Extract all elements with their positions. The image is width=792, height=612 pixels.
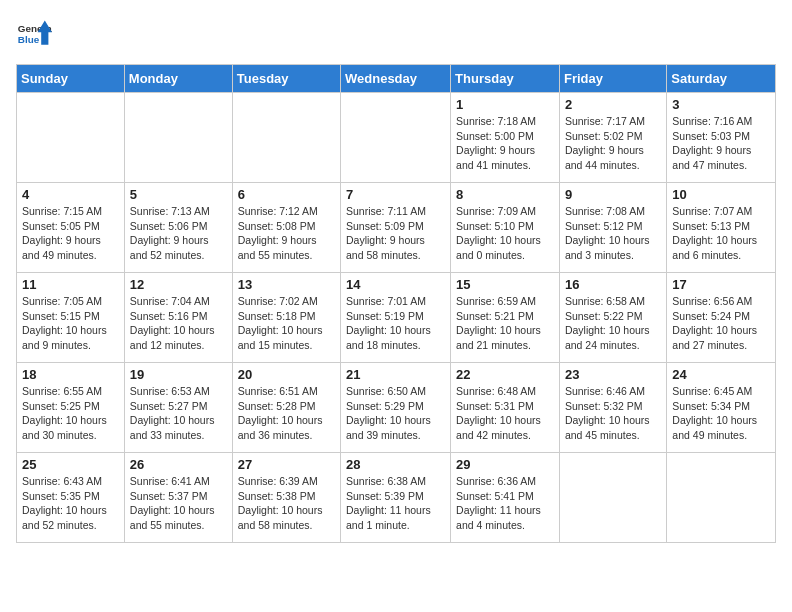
day-cell: 11Sunrise: 7:05 AM Sunset: 5:15 PM Dayli… bbox=[17, 273, 125, 363]
week-row-2: 4Sunrise: 7:15 AM Sunset: 5:05 PM Daylig… bbox=[17, 183, 776, 273]
day-cell: 6Sunrise: 7:12 AM Sunset: 5:08 PM Daylig… bbox=[232, 183, 340, 273]
day-info: Sunrise: 7:15 AM Sunset: 5:05 PM Dayligh… bbox=[22, 204, 119, 263]
day-info: Sunrise: 7:04 AM Sunset: 5:16 PM Dayligh… bbox=[130, 294, 227, 353]
day-number: 27 bbox=[238, 457, 335, 472]
day-info: Sunrise: 7:07 AM Sunset: 5:13 PM Dayligh… bbox=[672, 204, 770, 263]
week-row-1: 1Sunrise: 7:18 AM Sunset: 5:00 PM Daylig… bbox=[17, 93, 776, 183]
day-number: 16 bbox=[565, 277, 661, 292]
day-cell bbox=[341, 93, 451, 183]
day-info: Sunrise: 7:11 AM Sunset: 5:09 PM Dayligh… bbox=[346, 204, 445, 263]
day-number: 25 bbox=[22, 457, 119, 472]
day-cell: 17Sunrise: 6:56 AM Sunset: 5:24 PM Dayli… bbox=[667, 273, 776, 363]
col-header-friday: Friday bbox=[559, 65, 666, 93]
day-number: 28 bbox=[346, 457, 445, 472]
day-number: 13 bbox=[238, 277, 335, 292]
day-cell: 16Sunrise: 6:58 AM Sunset: 5:22 PM Dayli… bbox=[559, 273, 666, 363]
day-cell: 20Sunrise: 6:51 AM Sunset: 5:28 PM Dayli… bbox=[232, 363, 340, 453]
day-number: 21 bbox=[346, 367, 445, 382]
day-cell: 26Sunrise: 6:41 AM Sunset: 5:37 PM Dayli… bbox=[124, 453, 232, 543]
day-number: 22 bbox=[456, 367, 554, 382]
col-header-thursday: Thursday bbox=[451, 65, 560, 93]
logo: General Blue bbox=[16, 16, 52, 52]
day-cell: 10Sunrise: 7:07 AM Sunset: 5:13 PM Dayli… bbox=[667, 183, 776, 273]
day-number: 5 bbox=[130, 187, 227, 202]
day-number: 1 bbox=[456, 97, 554, 112]
header-row: SundayMondayTuesdayWednesdayThursdayFrid… bbox=[17, 65, 776, 93]
day-cell: 28Sunrise: 6:38 AM Sunset: 5:39 PM Dayli… bbox=[341, 453, 451, 543]
week-row-5: 25Sunrise: 6:43 AM Sunset: 5:35 PM Dayli… bbox=[17, 453, 776, 543]
day-info: Sunrise: 6:39 AM Sunset: 5:38 PM Dayligh… bbox=[238, 474, 335, 533]
week-row-3: 11Sunrise: 7:05 AM Sunset: 5:15 PM Dayli… bbox=[17, 273, 776, 363]
day-cell: 13Sunrise: 7:02 AM Sunset: 5:18 PM Dayli… bbox=[232, 273, 340, 363]
day-info: Sunrise: 7:18 AM Sunset: 5:00 PM Dayligh… bbox=[456, 114, 554, 173]
day-info: Sunrise: 7:02 AM Sunset: 5:18 PM Dayligh… bbox=[238, 294, 335, 353]
day-number: 10 bbox=[672, 187, 770, 202]
day-cell: 18Sunrise: 6:55 AM Sunset: 5:25 PM Dayli… bbox=[17, 363, 125, 453]
col-header-saturday: Saturday bbox=[667, 65, 776, 93]
day-info: Sunrise: 6:53 AM Sunset: 5:27 PM Dayligh… bbox=[130, 384, 227, 443]
day-info: Sunrise: 6:55 AM Sunset: 5:25 PM Dayligh… bbox=[22, 384, 119, 443]
day-number: 14 bbox=[346, 277, 445, 292]
day-number: 29 bbox=[456, 457, 554, 472]
day-number: 15 bbox=[456, 277, 554, 292]
svg-text:Blue: Blue bbox=[18, 34, 40, 45]
day-info: Sunrise: 6:50 AM Sunset: 5:29 PM Dayligh… bbox=[346, 384, 445, 443]
day-cell: 3Sunrise: 7:16 AM Sunset: 5:03 PM Daylig… bbox=[667, 93, 776, 183]
day-number: 7 bbox=[346, 187, 445, 202]
day-cell: 23Sunrise: 6:46 AM Sunset: 5:32 PM Dayli… bbox=[559, 363, 666, 453]
day-info: Sunrise: 6:56 AM Sunset: 5:24 PM Dayligh… bbox=[672, 294, 770, 353]
header: General Blue bbox=[16, 16, 776, 52]
day-number: 12 bbox=[130, 277, 227, 292]
col-header-wednesday: Wednesday bbox=[341, 65, 451, 93]
day-info: Sunrise: 6:41 AM Sunset: 5:37 PM Dayligh… bbox=[130, 474, 227, 533]
day-info: Sunrise: 6:59 AM Sunset: 5:21 PM Dayligh… bbox=[456, 294, 554, 353]
day-info: Sunrise: 6:45 AM Sunset: 5:34 PM Dayligh… bbox=[672, 384, 770, 443]
day-number: 9 bbox=[565, 187, 661, 202]
day-info: Sunrise: 7:12 AM Sunset: 5:08 PM Dayligh… bbox=[238, 204, 335, 263]
day-info: Sunrise: 7:08 AM Sunset: 5:12 PM Dayligh… bbox=[565, 204, 661, 263]
day-number: 24 bbox=[672, 367, 770, 382]
day-cell: 7Sunrise: 7:11 AM Sunset: 5:09 PM Daylig… bbox=[341, 183, 451, 273]
day-info: Sunrise: 7:17 AM Sunset: 5:02 PM Dayligh… bbox=[565, 114, 661, 173]
day-cell: 2Sunrise: 7:17 AM Sunset: 5:02 PM Daylig… bbox=[559, 93, 666, 183]
day-info: Sunrise: 6:48 AM Sunset: 5:31 PM Dayligh… bbox=[456, 384, 554, 443]
day-number: 4 bbox=[22, 187, 119, 202]
day-info: Sunrise: 6:46 AM Sunset: 5:32 PM Dayligh… bbox=[565, 384, 661, 443]
day-number: 3 bbox=[672, 97, 770, 112]
day-cell: 22Sunrise: 6:48 AM Sunset: 5:31 PM Dayli… bbox=[451, 363, 560, 453]
day-cell: 24Sunrise: 6:45 AM Sunset: 5:34 PM Dayli… bbox=[667, 363, 776, 453]
day-cell: 19Sunrise: 6:53 AM Sunset: 5:27 PM Dayli… bbox=[124, 363, 232, 453]
day-cell: 21Sunrise: 6:50 AM Sunset: 5:29 PM Dayli… bbox=[341, 363, 451, 453]
day-cell: 9Sunrise: 7:08 AM Sunset: 5:12 PM Daylig… bbox=[559, 183, 666, 273]
day-info: Sunrise: 6:51 AM Sunset: 5:28 PM Dayligh… bbox=[238, 384, 335, 443]
day-cell: 12Sunrise: 7:04 AM Sunset: 5:16 PM Dayli… bbox=[124, 273, 232, 363]
day-number: 20 bbox=[238, 367, 335, 382]
day-cell: 1Sunrise: 7:18 AM Sunset: 5:00 PM Daylig… bbox=[451, 93, 560, 183]
day-number: 6 bbox=[238, 187, 335, 202]
day-number: 2 bbox=[565, 97, 661, 112]
day-info: Sunrise: 7:01 AM Sunset: 5:19 PM Dayligh… bbox=[346, 294, 445, 353]
col-header-tuesday: Tuesday bbox=[232, 65, 340, 93]
day-number: 17 bbox=[672, 277, 770, 292]
day-cell bbox=[232, 93, 340, 183]
day-cell bbox=[124, 93, 232, 183]
day-cell: 8Sunrise: 7:09 AM Sunset: 5:10 PM Daylig… bbox=[451, 183, 560, 273]
day-cell: 15Sunrise: 6:59 AM Sunset: 5:21 PM Dayli… bbox=[451, 273, 560, 363]
week-row-4: 18Sunrise: 6:55 AM Sunset: 5:25 PM Dayli… bbox=[17, 363, 776, 453]
day-cell: 5Sunrise: 7:13 AM Sunset: 5:06 PM Daylig… bbox=[124, 183, 232, 273]
day-info: Sunrise: 6:58 AM Sunset: 5:22 PM Dayligh… bbox=[565, 294, 661, 353]
day-info: Sunrise: 6:43 AM Sunset: 5:35 PM Dayligh… bbox=[22, 474, 119, 533]
col-header-sunday: Sunday bbox=[17, 65, 125, 93]
day-cell: 29Sunrise: 6:36 AM Sunset: 5:41 PM Dayli… bbox=[451, 453, 560, 543]
day-number: 11 bbox=[22, 277, 119, 292]
day-number: 26 bbox=[130, 457, 227, 472]
day-cell: 27Sunrise: 6:39 AM Sunset: 5:38 PM Dayli… bbox=[232, 453, 340, 543]
day-info: Sunrise: 6:38 AM Sunset: 5:39 PM Dayligh… bbox=[346, 474, 445, 533]
day-cell bbox=[559, 453, 666, 543]
day-info: Sunrise: 6:36 AM Sunset: 5:41 PM Dayligh… bbox=[456, 474, 554, 533]
day-cell: 4Sunrise: 7:15 AM Sunset: 5:05 PM Daylig… bbox=[17, 183, 125, 273]
day-number: 23 bbox=[565, 367, 661, 382]
day-number: 19 bbox=[130, 367, 227, 382]
logo-icon: General Blue bbox=[16, 16, 52, 52]
day-info: Sunrise: 7:16 AM Sunset: 5:03 PM Dayligh… bbox=[672, 114, 770, 173]
